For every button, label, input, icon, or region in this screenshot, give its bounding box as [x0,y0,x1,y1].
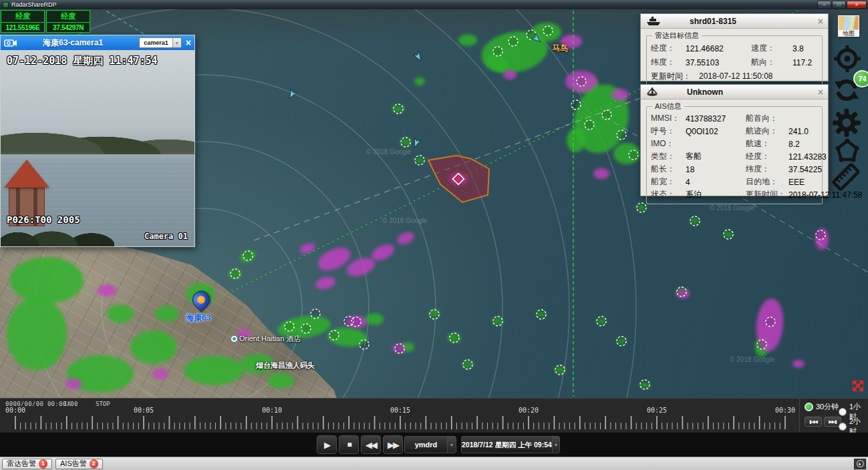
locate-crosshair-icon[interactable] [831,43,863,75]
timeline-state: STOP [96,401,110,407]
field-value: 37.55103 [686,58,751,67]
radar-row: 纬度： 37.55103 航向： 117.2 [651,55,818,69]
range-radio-30min[interactable]: 30分钟 [805,402,839,412]
field-value: 4 [686,178,746,187]
camera-window-titlebar[interactable]: 海康63-camera1 camera1 ▾ × [1,35,194,50]
camera-selector-value: camera1 [140,38,172,47]
field-label: 航迹向： [746,126,788,137]
ais-row: 船宽： 4 目的地： EEE [651,176,818,188]
map-thumbnail [839,16,859,30]
field-value: 37.54225 [788,165,822,174]
play-circle-icon: ▸ [857,460,864,467]
radar-panel-close-icon[interactable]: × [818,16,823,27]
field-label: 船宽： [651,176,686,188]
field-value: 413788327 [686,114,746,124]
skip-back-button[interactable]: ▮◀◀ [805,417,822,427]
field-label: 船首向： [746,113,788,124]
app-icon [3,2,9,8]
field-value: 3.8 [792,44,818,53]
ais-row: 船长： 18 纬度： 37.54225 [651,163,818,176]
refresh-icon[interactable] [831,74,863,106]
window-titlebar[interactable]: RadarShareRDP – □ x [0,0,868,9]
window-title: RadarShareRDP [11,1,57,8]
field-label: 船长： [651,164,686,175]
longitude-box: 经度 121.55196E [1,10,45,33]
latitude-value: 37.54297N [47,23,90,32]
gear-icon[interactable] [831,107,863,139]
ais-alarm-label: AIS告警 [60,459,87,469]
ais-panel-title: Unknown [687,87,723,97]
map-watermark: © 2018 Google [366,148,411,156]
chevron-down-icon[interactable]: ▾ [172,38,181,47]
radar-alarm-button[interactable]: 雷达告警 1 [2,459,52,469]
field-label: 更新时间： [651,71,699,82]
replay-tray-button[interactable]: ▸ [854,459,866,469]
radar-update-row: 更新时间： 2018-07-12 11:50:08 [651,69,818,83]
map-watermark: © 2018 Google [382,217,427,224]
camera-station-icon [197,296,205,304]
status-bar: 雷达告警 1 AIS告警 2 ▸ [0,457,868,470]
field-value: 121.46682 [686,44,751,53]
ais-info-panel: Unknown × AIS信息 MMSI： 413788327 船首向： 呼号：… [640,84,829,196]
radar-alarm-label: 雷达告警 [7,459,36,469]
ais-row: IMO： 航速： 8.2 [651,138,818,150]
chevron-down-icon[interactable]: ▾ [447,437,456,453]
timeline-bar[interactable]: 0000/00/00 00:00:00 1X STOP 00:00 00:05 … [0,398,868,433]
field-label: 航速： [746,138,788,150]
ruler-measure-icon[interactable] [829,160,863,194]
playback-datetime-value: 2018/7/12 星期四 上午 09:54 [462,437,552,453]
map-label-wharf: 烟台海昌渔人码头 [256,361,315,371]
map-watermark: © 2018 Google [710,204,754,212]
map-label-hotel: Orient Haitian 酒店 [231,334,301,344]
maximize-button[interactable]: □ [832,1,846,9]
map-layer-label: 地图 [839,30,859,37]
radio-icon [805,403,813,411]
map-label-island: 马岛 [552,43,568,54]
chevron-down-icon[interactable]: ▾ [552,437,559,453]
camera-close-icon[interactable]: × [186,38,191,47]
close-button[interactable]: x [847,1,867,9]
camera-video-feed: 07-12-2018 星期四 11:47:54 P026:T00 2005 Ca… [1,50,194,246]
play-button[interactable]: ▶ [317,435,337,454]
radar-station-label: 海康63 [186,312,210,324]
radio-label: 30分钟 [816,402,839,412]
map-layer-button[interactable]: 地图 [838,15,859,37]
satellite-land-area [0,227,337,398]
field-label: 更新时间： [746,189,788,200]
radar-panel-title: shrd01-8315 [690,17,736,26]
sailboat-icon [645,87,659,97]
timeline-range-panel: 30分钟 1小时 ▮◀◀ ▶▶▮ 2小时 [799,399,868,433]
playback-datetime-dropdown[interactable]: 2018/7/12 星期四 上午 09:54 ▾ [461,436,560,453]
field-value: 8.2 [788,140,818,149]
playback-mode-dropdown[interactable]: ymdrd ▾ [404,436,456,453]
stop-button[interactable]: ■ [339,435,359,454]
latitude-box: 经度 37.54297N [46,10,90,33]
playback-control-row: ▶ ■ ◀◀ ▶▶ ymdrd ▾ 2018/7/12 星期四 上午 09:54… [0,433,868,457]
radar-group-label: 雷达目标信息 [652,31,702,41]
ais-panel-titlebar[interactable]: Unknown × [641,85,828,99]
ais-alarm-button[interactable]: AIS告警 2 [55,459,103,469]
field-label: 纬度： [746,164,788,175]
timeline-ruler[interactable] [0,413,799,432]
field-label: 呼号： [651,126,686,137]
field-label: 经度： [746,151,788,162]
camera-window: 海康63-camera1 camera1 ▾ × 07-12-2018 星期四 … [0,35,195,247]
field-label: 速度： [751,43,792,54]
ais-row: 呼号： Q0OI102 航迹向： 241.0 [651,125,818,138]
video-timestamp-overlay: 07-12-2018 星期四 11:47:54 [7,55,158,67]
ais-row: MMSI： 413788327 船首向： [651,112,818,125]
camera-selector-dropdown[interactable]: camera1 ▾ [139,37,182,48]
rewind-button[interactable]: ◀◀ [361,435,381,454]
radar-panel-titlebar[interactable]: shrd01-8315 × [641,14,828,29]
longitude-label: 经度 [1,11,44,23]
fast-forward-button[interactable]: ▶▶ [383,435,403,454]
latitude-label: 经度 [47,11,90,23]
field-value: 121.43283 [788,152,827,162]
fullscreen-expand-icon[interactable] [850,378,866,394]
poi-icon [231,336,237,342]
minimize-button[interactable]: – [817,1,831,9]
field-label: 类型： [651,151,686,162]
field-value: 117.2 [792,58,818,67]
ais-panel-close-icon[interactable]: × [818,87,823,97]
radio-icon [839,423,847,431]
